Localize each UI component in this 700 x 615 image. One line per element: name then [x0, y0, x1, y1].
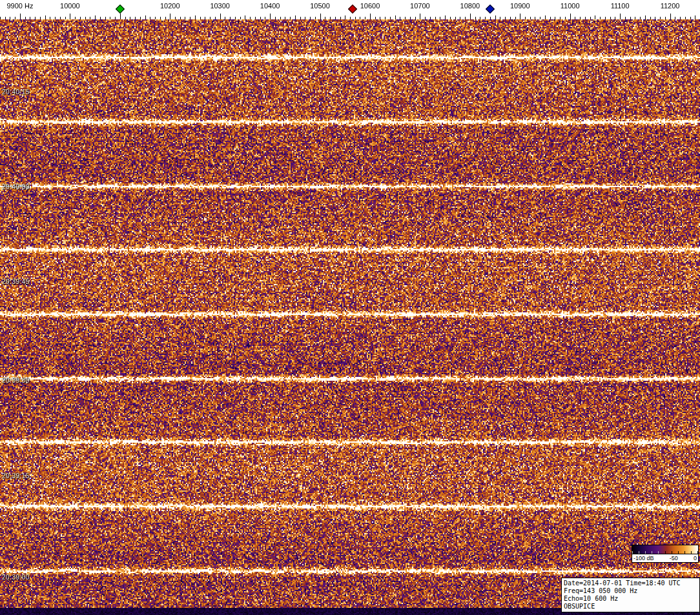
time-label: 20:39:15: [2, 472, 30, 479]
color-scale-legend: -100 dB -50 0: [632, 545, 699, 563]
time-label: 20:39:30: [2, 377, 30, 384]
info-line-date: Date=2014-07-01 Time=18:40 UTC: [564, 580, 697, 587]
freq-tick-label: 11100: [611, 2, 630, 10]
freq-tick-label: 10000: [60, 2, 80, 10]
freq-tick-label: 10200: [160, 2, 180, 10]
freq-tick-label: 10900: [510, 2, 530, 10]
observation-info-box: Date=2014-07-01 Time=18:40 UTC Freq=143 …: [561, 578, 700, 612]
colorbar-mid-label: -50: [670, 554, 678, 562]
time-label: 20:40:00: [2, 183, 30, 190]
colorbar-gradient: [632, 545, 699, 554]
freq-tick-label: 10700: [410, 2, 430, 10]
spectrogram-panel: 9900 Hz100001020010300104001050010600107…: [0, 0, 700, 615]
freq-tick-label: 10600: [360, 2, 380, 10]
freq-tick-label: 9900 Hz: [6, 2, 33, 10]
info-line-freq: Freq=143 050 000 Hz: [564, 587, 697, 595]
freq-tick-label: 10300: [210, 2, 230, 10]
time-label: 20:40:15: [2, 88, 30, 96]
time-label: 20:39:45: [2, 278, 30, 285]
freq-tick-label: 11200: [661, 2, 680, 10]
waterfall-display[interactable]: [0, 19, 700, 615]
colorbar-min-label: -100 dB: [633, 554, 654, 562]
frequency-ruler: 9900 Hz100001020010300104001050010600107…: [0, 0, 700, 19]
freq-tick-label: 10400: [260, 2, 280, 10]
time-label: 20:39:00: [2, 574, 30, 581]
freq-tick-label: 11000: [561, 2, 580, 10]
info-line-echo: Echo=10 600 Hz: [564, 595, 697, 603]
info-line-station: OBSUPICE: [564, 603, 697, 610]
freq-tick-label: 10500: [310, 2, 330, 10]
colorbar-max-label: 0: [694, 554, 697, 562]
freq-tick-label: 10800: [460, 2, 480, 10]
colorbar-labels: -100 dB -50 0: [632, 554, 699, 563]
